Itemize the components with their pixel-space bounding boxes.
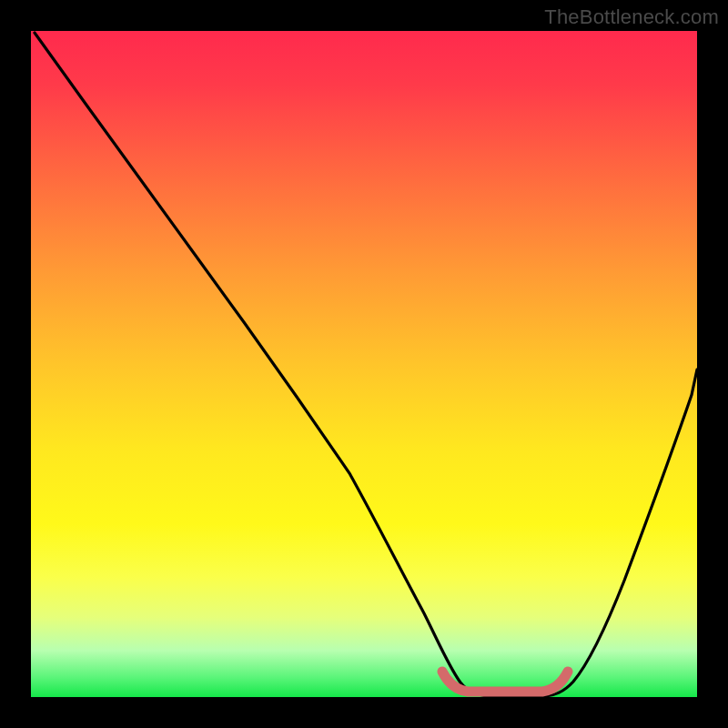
watermark-text: TheBottleneck.com — [544, 5, 719, 29]
chart-svg — [31, 31, 697, 697]
chart-frame: TheBottleneck.com — [0, 0, 728, 728]
plot-area — [31, 31, 697, 697]
bottleneck-curve-path — [35, 33, 697, 696]
